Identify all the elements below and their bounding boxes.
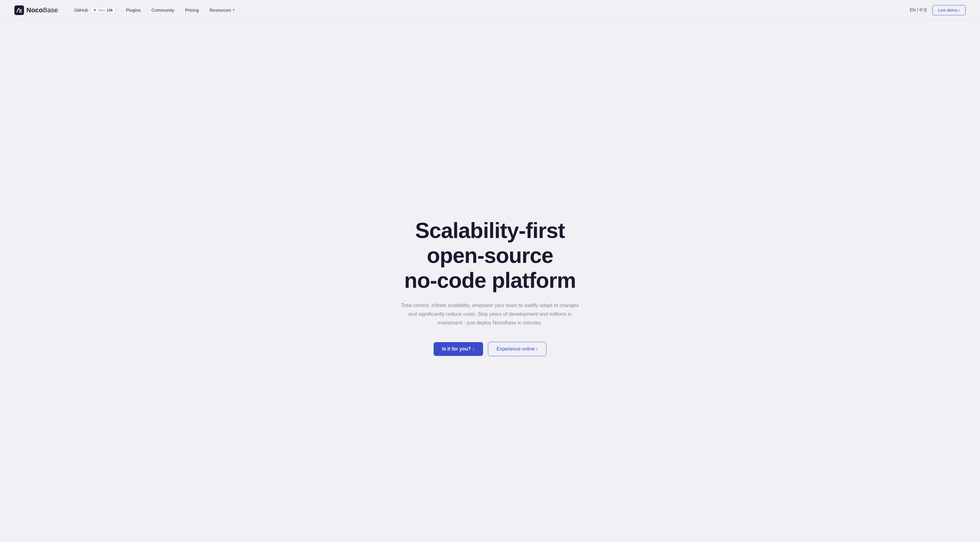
hero-buttons: Is it for you? ↓ Experience online › (434, 342, 546, 356)
lang-separator: | (917, 8, 918, 12)
hero-title-line1: Scalability-first (415, 218, 565, 242)
nav-left: NocoBase GitHub Stars 12k Plugins (14, 5, 239, 16)
lang-en: EN (910, 8, 915, 12)
logo-text: NocoBase (26, 6, 58, 14)
btn-secondary-label: Experience online › (496, 346, 538, 352)
hero-title-line3: no-code platform (404, 268, 576, 292)
live-demo-button[interactable]: Live demo › (932, 5, 966, 15)
logo-icon (14, 5, 24, 15)
logo-base: Base (43, 6, 58, 14)
community-link[interactable]: Community (147, 5, 178, 15)
nav-right: EN | 中文 Live demo › (910, 5, 966, 15)
plugins-link[interactable]: Plugins (122, 5, 145, 15)
resources-link[interactable]: Resources ▾ (205, 5, 239, 15)
experience-online-button[interactable]: Experience online › (488, 342, 546, 356)
svg-rect-0 (14, 5, 24, 15)
pricing-link[interactable]: Pricing (181, 5, 203, 15)
navbar: NocoBase GitHub Stars 12k Plugins (0, 0, 980, 21)
resources-label: Resources (210, 8, 231, 13)
lang-zh: 中文 (919, 8, 928, 12)
github-label: GitHub (74, 8, 88, 13)
pricing-label: Pricing (185, 8, 199, 13)
star-icon (93, 8, 97, 12)
hero-title: Scalability-first open-source no-code pl… (404, 218, 576, 293)
chevron-down-icon: ▾ (233, 8, 235, 12)
stars-label: Stars (98, 8, 106, 12)
plugins-label: Plugins (126, 8, 141, 13)
logo[interactable]: NocoBase (14, 5, 58, 15)
nav-links: GitHub Stars 12k Plugins Community Pr (70, 5, 239, 16)
logo-noco: Noco (26, 6, 43, 14)
is-it-for-you-button[interactable]: Is it for you? ↓ (434, 342, 483, 356)
github-link[interactable]: GitHub Stars 12k (70, 5, 119, 16)
hero-subtitle: Total control, infinite scalability, emp… (397, 301, 583, 327)
hero-section: Scalability-first open-source no-code pl… (0, 21, 980, 542)
stars-count: 12k (107, 8, 113, 12)
hero-title-line2: open-source (427, 243, 553, 268)
stars-badge: Stars 12k (91, 7, 115, 13)
community-label: Community (151, 8, 174, 13)
lang-switcher[interactable]: EN | 中文 (910, 8, 928, 13)
btn-primary-label: Is it for you? ↓ (442, 346, 474, 352)
live-demo-label: Live demo › (938, 8, 960, 13)
